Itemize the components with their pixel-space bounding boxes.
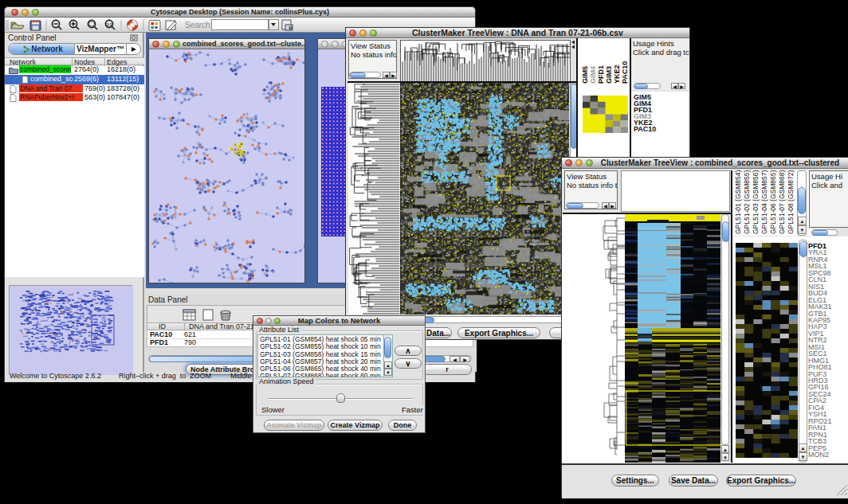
svg-text:GPL51-04 (GSM857): GPL51-04 (GSM857): [760, 170, 768, 234]
svg-text:GPL51-07 (GSM868): GPL51-07 (GSM868): [778, 170, 786, 234]
svg-text:GIM4: GIM4: [589, 66, 597, 84]
svg-text:YKE2: YKE2: [613, 64, 621, 84]
svg-text:B: B: [289, 25, 293, 30]
svg-text:GPL51-06 (GSM865): GPL51-06 (GSM865): [769, 170, 777, 234]
svg-text:GPL51-08 (GSM872): GPL51-08 (GSM872): [787, 170, 795, 234]
svg-text:GIM3: GIM3: [605, 66, 613, 84]
svg-text:GIM5: GIM5: [581, 66, 589, 84]
svg-text:GPL51-01 (GSM854): GPL51-01 (GSM854): [734, 170, 742, 234]
svg-text:GPL51-03 (GSM856): GPL51-03 (GSM856): [752, 170, 760, 234]
svg-text:PAC10: PAC10: [621, 61, 629, 84]
svg-text:PFD1: PFD1: [597, 65, 605, 84]
svg-text:GPL51-02 (GSM855): GPL51-02 (GSM855): [743, 170, 751, 234]
svg-text:1:1: 1:1: [106, 22, 112, 27]
